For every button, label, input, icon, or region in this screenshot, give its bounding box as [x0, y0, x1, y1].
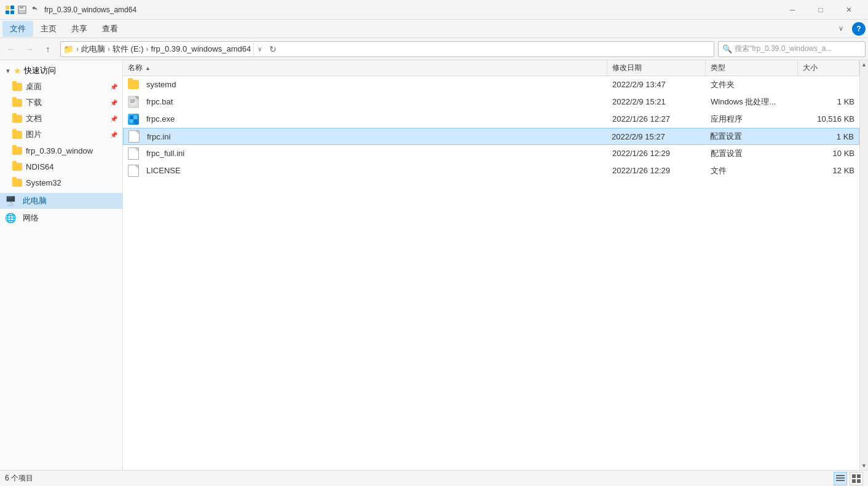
minimize-button[interactable]: ─	[778, 0, 807, 20]
nav-bar: ← → ↑ 📁 › 此电脑 › 软件 (E:) › frp_0.39.0_win…	[0, 38, 868, 60]
sidebar-item-ndis64[interactable]: NDIS64	[0, 159, 122, 174]
scrollbar-track[interactable]	[860, 69, 868, 461]
file-cell-type-frpc-exe: 应用程序	[706, 111, 798, 127]
col-size-label: 大小	[803, 63, 818, 73]
address-this-pc[interactable]: 此电脑	[81, 44, 105, 55]
sidebar-item-label-documents: 文档	[26, 113, 42, 124]
address-root[interactable]: 📁	[63, 44, 74, 54]
menu-item-home[interactable]: 主页	[33, 21, 64, 37]
file-name-systemd: systemd	[146, 80, 176, 89]
view-list-button[interactable]	[850, 472, 863, 485]
table-row[interactable]: systemd 2022/2/9 13:47 文件夹	[123, 76, 859, 93]
svg-rect-16	[836, 477, 845, 479]
status-bar-right	[834, 472, 863, 485]
sidebar-item-downloads[interactable]: 下载 📌	[0, 95, 122, 111]
table-row[interactable]: frpc.exe 2022/1/26 12:27 应用程序 10,516 KB	[123, 111, 859, 128]
file-cell-size-frpc-ini: 1 KB	[797, 128, 859, 144]
sidebar-item-system32[interactable]: System32	[0, 174, 122, 190]
menu-item-view[interactable]: 查看	[95, 21, 125, 37]
address-sep-2: ›	[105, 45, 112, 53]
svg-rect-5	[20, 6, 23, 9]
col-header-date[interactable]: 修改日期	[607, 60, 706, 76]
file-cell-name-frpc-exe: frpc.exe	[123, 111, 607, 127]
svg-rect-21	[857, 479, 861, 483]
frp-folder-icon	[12, 147, 22, 155]
sidebar-item-frp[interactable]: frp_0.39.0_window	[0, 143, 122, 159]
table-row[interactable]: LICENSE 2022/1/26 12:29 文件 12 KB	[123, 162, 859, 179]
sidebar-item-label-desktop: 桌面	[26, 81, 42, 92]
sidebar-item-network[interactable]: 🌐 网络	[0, 210, 122, 226]
address-refresh-button[interactable]: ↻	[266, 42, 280, 57]
window-icon	[5, 5, 15, 15]
forward-button[interactable]: →	[21, 41, 38, 58]
table-row[interactable]: frpc_full.ini 2022/1/26 12:29 配置设置 10 KB	[123, 145, 859, 162]
sidebar-item-label-network: 网络	[23, 213, 39, 224]
quick-access-header[interactable]: ▼ ★ 快速访问	[0, 63, 122, 79]
menu-expand-button[interactable]: ∨	[832, 22, 850, 36]
undo-icon[interactable]	[30, 5, 39, 15]
search-input[interactable]	[735, 45, 861, 53]
file-cell-date-frpc-bat: 2022/2/9 15:21	[607, 93, 706, 110]
sidebar-item-documents[interactable]: 文档 📌	[0, 111, 122, 127]
col-date-label: 修改日期	[612, 63, 642, 73]
svg-rect-8	[130, 100, 135, 100]
search-icon: 🔍	[722, 44, 732, 53]
system32-folder-icon	[12, 179, 22, 187]
ini-icon-frpc-full	[128, 147, 139, 160]
svg-rect-1	[10, 6, 14, 9]
svg-rect-3	[10, 10, 14, 14]
table-row[interactable]: frpc.bat 2022/2/9 15:21 Windows 批处理... 1…	[123, 93, 859, 111]
file-cell-type-frpc-ini: 配置设置	[705, 128, 797, 144]
menu-bar: 文件 主页 共享 查看 ∨ ?	[0, 20, 868, 38]
col-header-type[interactable]: 类型	[706, 60, 798, 76]
svg-rect-13	[130, 119, 133, 123]
file-cell-name-license: LICENSE	[123, 162, 607, 179]
svg-rect-10	[130, 102, 134, 103]
close-button[interactable]: ✕	[835, 0, 863, 20]
maximize-button[interactable]: □	[807, 0, 835, 20]
file-cell-name-frpc-full-ini: frpc_full.ini	[123, 145, 607, 162]
file-name-frpc-exe: frpc.exe	[146, 114, 175, 123]
up-button[interactable]: ↑	[39, 41, 57, 58]
file-cell-type-frpc-full-ini: 配置设置	[706, 145, 798, 162]
svg-rect-14	[133, 119, 137, 123]
table-row[interactable]: frpc.ini 2022/2/9 15:27 配置设置 1 KB	[123, 128, 859, 145]
sidebar-item-pictures[interactable]: 图片 📌	[0, 127, 122, 143]
back-button[interactable]: ←	[2, 41, 20, 58]
address-dropdown-button[interactable]: ∨	[253, 42, 266, 56]
scrollbar-up-arrow[interactable]: ▲	[860, 60, 869, 69]
file-cell-date-frpc-full-ini: 2022/1/26 12:29	[607, 145, 706, 162]
save-icon[interactable]	[17, 5, 27, 15]
file-cell-date-frpc-ini: 2022/2/9 15:27	[607, 128, 705, 144]
menu-item-share[interactable]: 共享	[64, 21, 95, 37]
this-pc-icon: 🖥️	[5, 195, 17, 206]
col-header-size[interactable]: 大小	[798, 60, 859, 76]
svg-rect-18	[852, 474, 856, 478]
downloads-folder-icon	[12, 99, 22, 107]
address-sep-3: ›	[144, 45, 151, 53]
address-bar-right: ∨	[253, 42, 266, 56]
window-title: frp_0.39.0_windows_amd64	[44, 6, 778, 14]
col-header-name[interactable]: 名称 ▲	[123, 60, 607, 76]
file-cell-size-frpc-bat: 1 KB	[798, 93, 859, 110]
view-details-button[interactable]	[834, 472, 847, 485]
desktop-folder-icon	[12, 83, 22, 91]
address-drive[interactable]: 软件 (E:)	[112, 44, 144, 55]
sort-arrow-name: ▲	[145, 65, 151, 71]
scrollbar-down-arrow[interactable]: ▼	[860, 461, 869, 470]
svg-rect-17	[836, 480, 845, 481]
sidebar-item-this-pc[interactable]: 🖥️ 此电脑	[0, 193, 122, 209]
address-folder[interactable]: frp_0.39.0_windows_amd64	[151, 44, 251, 53]
menu-item-file[interactable]: 文件	[2, 21, 33, 37]
file-list-container: 名称 ▲ 修改日期 类型 大小 systemd 2022/2/9 13:47 文…	[123, 60, 859, 470]
file-cell-name-frpc-bat: frpc.bat	[123, 93, 607, 110]
sidebar-item-desktop[interactable]: 桌面 📌	[0, 79, 122, 95]
svg-rect-0	[6, 6, 9, 9]
right-scrollbar[interactable]: ▲ ▼	[859, 60, 868, 470]
file-cell-size-systemd	[798, 76, 859, 93]
help-button[interactable]: ?	[852, 22, 866, 36]
svg-rect-2	[6, 10, 9, 14]
menu-right: ∨ ?	[832, 22, 866, 36]
title-bar: frp_0.39.0_windows_amd64 ─ □ ✕	[0, 0, 868, 20]
ndis64-folder-icon	[12, 163, 22, 171]
